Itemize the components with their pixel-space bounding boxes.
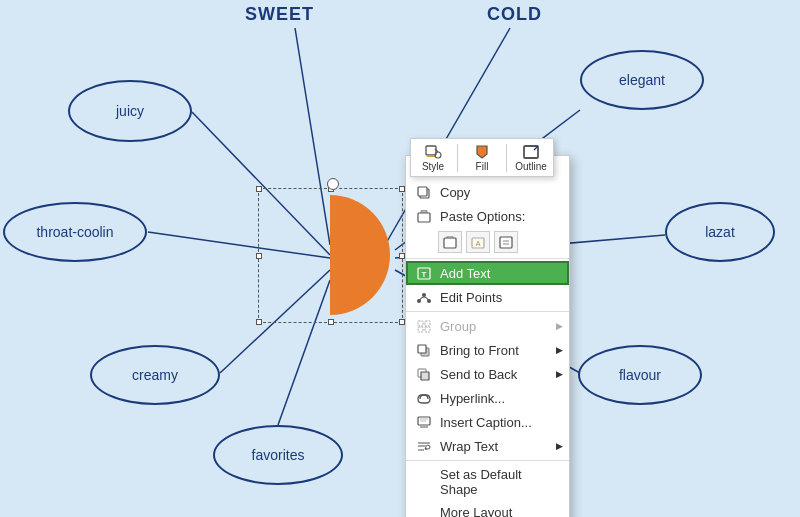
ctx-insert-caption[interactable]: Insert Caption...	[406, 410, 569, 434]
send-to-back-icon	[414, 366, 434, 382]
add-text-label: Add Text	[440, 266, 561, 281]
node-lazat: lazat	[665, 202, 775, 262]
svg-point-30	[422, 293, 426, 297]
node-favorites: favorites	[213, 425, 343, 485]
ctx-sep-3	[406, 460, 569, 461]
set-default-label: Set as Default Shape	[440, 467, 561, 497]
wrap-text-icon	[414, 438, 434, 454]
ctx-add-text[interactable]: T Add Text	[406, 261, 569, 285]
svg-rect-32	[425, 321, 430, 326]
cold-label: COLD	[487, 4, 542, 25]
svg-line-0	[192, 112, 330, 255]
ctx-copy[interactable]: Copy	[406, 180, 569, 204]
svg-rect-9	[426, 146, 436, 155]
style-button[interactable]: Style	[417, 143, 449, 172]
ctx-group[interactable]: Group	[406, 314, 569, 338]
svg-rect-33	[418, 327, 423, 332]
edit-points-icon	[414, 289, 434, 305]
node-flavour: flavour	[578, 345, 702, 405]
ctx-sep-2	[406, 311, 569, 312]
fill-button[interactable]: Fill	[466, 143, 498, 172]
svg-rect-20	[444, 238, 456, 248]
ctx-bring-to-front[interactable]: Bring to Front	[406, 338, 569, 362]
ctx-hyperlink[interactable]: Hyperlink...	[406, 386, 569, 410]
ctx-more-layout[interactable]: More Layout Options...	[406, 501, 569, 517]
ctx-sep-1	[406, 258, 569, 259]
svg-rect-34	[425, 327, 430, 332]
context-menu: ✂ Cut Copy Paste Options:	[405, 155, 570, 517]
toolbar-sep-2	[506, 144, 507, 172]
edit-points-label: Edit Points	[440, 290, 561, 305]
svg-rect-10	[427, 155, 435, 157]
node-creamy: creamy	[90, 345, 220, 405]
set-default-icon	[414, 474, 434, 490]
group-label: Group	[440, 319, 561, 334]
ctx-wrap-text[interactable]: Wrap Text	[406, 434, 569, 458]
paste-icon-3[interactable]	[494, 231, 518, 253]
paste-icon-2[interactable]: A	[466, 231, 490, 253]
sweet-label: SWEET	[245, 4, 314, 25]
ctx-edit-points[interactable]: Edit Points	[406, 285, 569, 309]
node-throat-coolin: throat-coolin	[3, 202, 147, 262]
paste-icon-1[interactable]	[438, 231, 462, 253]
svg-text:A: A	[476, 240, 481, 247]
insert-caption-label: Insert Caption...	[440, 415, 561, 430]
svg-line-7	[295, 28, 330, 245]
node-juicy: juicy	[68, 80, 192, 142]
add-text-icon: T	[414, 265, 434, 281]
fill-icon	[471, 143, 493, 161]
svg-rect-31	[418, 321, 423, 326]
copy-label: Copy	[440, 185, 561, 200]
node-elegant: elegant	[580, 50, 704, 110]
hyperlink-icon	[414, 390, 434, 406]
wrap-text-label: Wrap Text	[440, 439, 561, 454]
insert-caption-icon	[414, 414, 434, 430]
paste-options-label: Paste Options:	[440, 209, 561, 224]
svg-line-1	[148, 232, 330, 258]
bring-to-front-label: Bring to Front	[440, 343, 561, 358]
paste-icon	[414, 208, 434, 224]
svg-point-29	[427, 299, 431, 303]
copy-icon	[414, 184, 434, 200]
svg-rect-38	[421, 372, 429, 380]
outline-icon	[520, 143, 542, 161]
bring-to-front-icon	[414, 342, 434, 358]
send-to-back-label: Send to Back	[440, 367, 561, 382]
toolbar-sep-1	[457, 144, 458, 172]
svg-rect-36	[418, 345, 426, 353]
svg-rect-23	[500, 237, 512, 248]
svg-rect-18	[418, 213, 430, 222]
svg-line-2	[220, 270, 330, 373]
paste-icons-row: A	[406, 228, 569, 256]
svg-point-28	[417, 299, 421, 303]
svg-text:T: T	[422, 270, 427, 279]
group-icon	[414, 318, 434, 334]
more-layout-label: More Layout Options...	[440, 505, 561, 517]
more-layout-icon	[414, 512, 434, 517]
style-icon	[422, 143, 444, 161]
svg-line-3	[278, 280, 330, 425]
hyperlink-label: Hyperlink...	[440, 391, 561, 406]
ctx-send-to-back[interactable]: Send to Back	[406, 362, 569, 386]
outline-button[interactable]: Outline	[515, 143, 547, 172]
mini-toolbar: Style Fill Outline	[410, 138, 554, 177]
ctx-set-default[interactable]: Set as Default Shape	[406, 463, 569, 501]
svg-rect-16	[418, 187, 427, 196]
rotate-handle[interactable]	[327, 178, 339, 190]
ctx-paste-options-header: Paste Options:	[406, 204, 569, 228]
